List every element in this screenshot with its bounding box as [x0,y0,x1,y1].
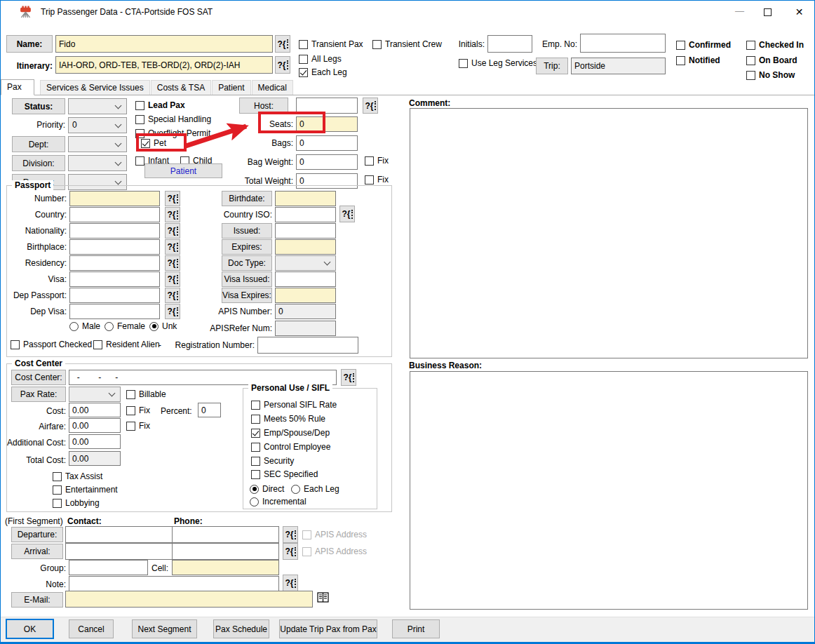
airfare-input[interactable] [69,418,121,433]
on-board-checkbox[interactable]: On Board [746,55,797,65]
group-input[interactable] [69,560,148,575]
cost-fix-checkbox[interactable]: Fix [126,405,150,415]
issued-input[interactable] [275,223,336,239]
overflight-permit-checkbox[interactable]: Overflight Permit [135,128,210,138]
residency-help-icon[interactable]: ?{ [165,255,180,271]
issued-button[interactable]: Issued: [222,223,272,239]
pax-rate-dropdown[interactable] [69,387,121,402]
no-show-checkbox[interactable]: No Show [746,70,795,80]
tab-costs-tsa[interactable]: Costs & TSA [151,80,211,95]
departure-button[interactable]: Departure: [11,527,63,542]
passport-country-input[interactable] [69,207,160,222]
visa-issued-button[interactable]: Visa Issued: [222,271,272,287]
tab-medical[interactable]: Medical [252,80,293,95]
arrival-phone-input[interactable] [172,543,279,560]
note-input[interactable] [69,576,279,591]
email-input[interactable] [65,591,313,608]
doc-type-button[interactable]: Doc Type: [222,255,272,271]
comment-textarea[interactable] [410,108,808,358]
visa-help-icon[interactable]: ?{ [165,271,180,287]
arrival-help-icon[interactable]: ?{ [283,543,298,560]
departure-help-icon[interactable]: ?{ [283,526,298,543]
gender-unk-radio[interactable]: Unk [149,321,177,331]
host-help-icon[interactable]: ?{ [363,98,378,114]
host-input[interactable] [296,98,358,114]
business-reason-textarea[interactable] [410,371,808,610]
incremental-radio[interactable]: Incremental [250,497,307,507]
each-leg-radio[interactable]: Each Leg [291,484,339,494]
note-help-icon[interactable]: ?{ [283,575,298,591]
departure-contact-input[interactable] [65,526,173,543]
dep-passport-help-icon[interactable]: ?{ [165,288,180,303]
birthdate-input[interactable] [275,191,336,206]
arrival-contact-input[interactable] [65,543,173,560]
nationality-input[interactable] [69,223,160,239]
tab-services-service-issues[interactable]: Services & Service Issues [40,80,150,95]
pet-checkbox[interactable]: Pet [141,138,166,148]
confirmed-checkbox[interactable]: Confirmed [676,40,731,50]
address-book-icon[interactable] [317,591,329,603]
departure-phone-input[interactable] [172,526,279,543]
country-iso-input[interactable] [275,207,336,222]
lobbying-checkbox[interactable]: Lobbying [53,498,100,508]
country-iso-help-icon[interactable]: ?{ [339,206,355,222]
trip-input[interactable] [571,58,666,74]
patient-button[interactable]: Patient [144,163,222,178]
transient-pax-checkbox[interactable]: Transient Pax [299,39,363,49]
gender-male-radio[interactable]: Male [69,321,100,331]
emp-no-input[interactable] [580,34,666,53]
close-button[interactable]: ✕ [783,1,815,23]
passport-country-help-icon[interactable]: ?{ [165,207,180,222]
birthplace-input[interactable] [69,239,160,255]
billable-checkbox[interactable]: Billable [126,389,166,399]
birthplace-help-icon[interactable]: ?{ [165,239,180,255]
control-employee-checkbox[interactable]: Control Employee [251,442,330,452]
cost-input[interactable] [69,403,121,417]
expires-input[interactable] [275,239,336,255]
name-input[interactable] [55,35,273,53]
dep-passport-input[interactable] [69,288,160,303]
airfare-fix-checkbox[interactable]: Fix [126,421,150,431]
security-checkbox[interactable]: Security [251,456,294,466]
all-legs-checkbox[interactable]: All Legs [299,54,342,64]
percent-input[interactable] [198,403,221,417]
division-button[interactable]: Division: [12,155,65,171]
expires-button[interactable]: Expires: [222,239,272,255]
direct-radio[interactable]: Direct [250,484,284,494]
lead-pax-checkbox[interactable]: Lead Pax [135,100,185,110]
arrival-button[interactable]: Arrival: [11,544,63,559]
dep-visa-help-icon[interactable]: ?{ [165,304,180,319]
personal-sifl-rate-checkbox[interactable]: Personal SIFL Rate [251,400,337,410]
cost-center-button[interactable]: Cost Center: [11,370,66,385]
priority-dropdown[interactable]: 0 [68,117,127,133]
entertainment-checkbox[interactable]: Entertainment [53,485,118,495]
dep-visa-input[interactable] [69,304,160,319]
passport-number-input[interactable] [69,191,160,206]
use-leg-services-checkbox[interactable]: Use Leg Services [459,58,537,68]
status-button[interactable]: Status: [12,98,65,114]
bag-weight-fix-checkbox[interactable]: Fix [365,156,389,166]
trip-button[interactable]: Trip: [536,58,568,74]
visa-input[interactable] [69,271,160,287]
itinerary-input[interactable] [55,56,273,74]
print-button[interactable]: Print [392,619,440,638]
pax-rate-button[interactable]: Pax Rate: [11,387,66,402]
bag-weight-input[interactable] [296,154,358,170]
cost-center-help-icon[interactable]: ?{ [341,369,356,386]
passport-number-help-icon[interactable]: ?{ [165,191,180,206]
registration-number-input[interactable] [257,337,358,354]
host-button[interactable]: Host: [239,98,288,114]
visa-issued-input[interactable] [275,271,336,287]
division-dropdown[interactable] [68,155,127,171]
checked-in-checkbox[interactable]: Checked In [746,40,804,50]
notified-checkbox[interactable]: Notified [676,55,720,65]
visa-expires-input[interactable] [275,288,336,303]
resident-alien-checkbox[interactable]: Resident Alien [93,340,160,349]
bags-input[interactable] [296,135,358,151]
dept-button[interactable]: Dept: [12,136,65,152]
sec-specified-checkbox[interactable]: SEC Specified [251,469,318,479]
cell-input[interactable] [172,560,279,575]
name-button[interactable]: Name: [6,35,53,53]
itinerary-help-icon[interactable]: ?{ [275,56,290,74]
seats-input[interactable] [296,116,358,132]
